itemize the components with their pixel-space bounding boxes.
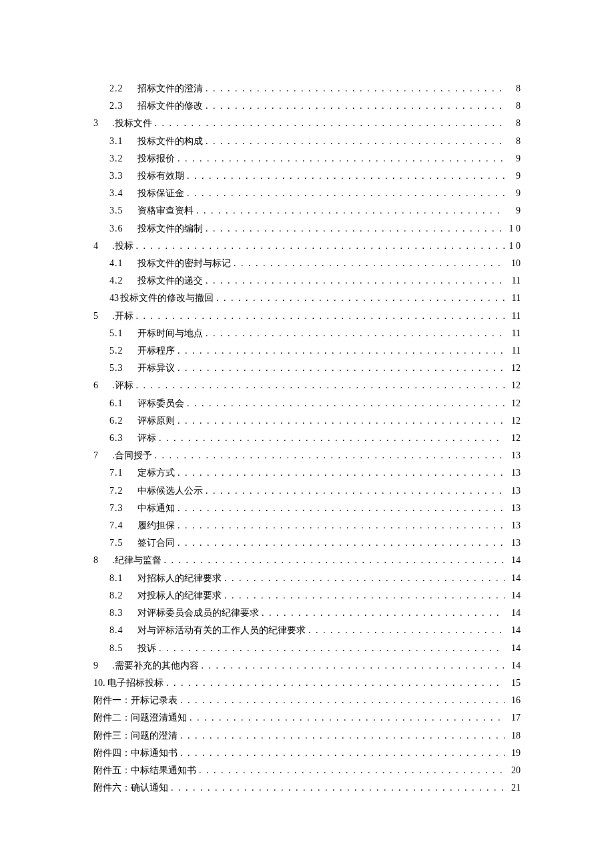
- toc-leader-dots: [262, 604, 505, 622]
- toc-number: 7.3: [109, 500, 133, 517]
- toc-number: 3: [93, 115, 108, 132]
- toc-entry: 8.3对评标委员会成员的纪律要求14: [93, 604, 521, 622]
- toc-entry: 附件四：中标通知书19: [93, 745, 521, 762]
- toc-label: 定标方式: [137, 464, 175, 482]
- toc-page-number: 14: [507, 552, 521, 569]
- toc-page-number: 20: [507, 762, 521, 779]
- toc-label: 评标委员会: [137, 395, 184, 412]
- toc-label: 附件二：问题澄清通知: [93, 709, 187, 727]
- toc-entry: 附件二：问题澄清通知17: [93, 709, 521, 727]
- toc-entry: 附件五：中标结果通知书20: [93, 762, 521, 779]
- toc-leader-dots: [224, 587, 505, 604]
- toc-number: 8.5: [109, 640, 133, 657]
- toc-page-number: 12: [507, 430, 521, 447]
- toc-label: 招标文件的修改: [137, 97, 203, 115]
- toc-entry: 3.5资格审查资料9: [93, 202, 521, 220]
- toc-entry: 3.6投标文件的编制1 0: [93, 220, 521, 238]
- toc-leader-dots: [180, 692, 505, 709]
- toc-entry: 6.评标12: [93, 377, 521, 394]
- toc-leader-dots: [206, 325, 505, 342]
- toc-page-number: 12: [507, 412, 521, 430]
- toc-page-number: 14: [507, 657, 521, 675]
- toc-entry: 7.合同授予13: [93, 447, 521, 464]
- toc-label: 签订合同: [137, 534, 175, 552]
- toc-number: 3.4: [109, 185, 133, 202]
- toc-number: 5.2: [109, 342, 133, 360]
- toc-entry: 6.1评标委员会12: [93, 395, 521, 412]
- toc-entry: 9.需要补充的其他内容14: [93, 657, 521, 675]
- toc-entry: 3.2投标报价9: [93, 150, 521, 167]
- toc-number: 6.3: [109, 430, 133, 447]
- toc-label: 招标文件的澄清: [137, 80, 203, 97]
- toc-leader-dots: [178, 534, 505, 552]
- toc-leader-dots: [206, 80, 505, 97]
- toc-entry: 2.3招标文件的修改8: [93, 97, 521, 115]
- toc-label: 投诉: [137, 640, 156, 657]
- toc-page-number: 8: [507, 115, 521, 132]
- toc-leader-dots: [155, 447, 505, 464]
- toc-number: 7.4: [109, 517, 133, 534]
- toc-page-number: 1 0: [507, 238, 521, 255]
- toc-entry: 6.3评标12: [93, 430, 521, 447]
- toc-number: 4.1: [109, 255, 133, 272]
- toc-number: 43: [109, 290, 119, 307]
- toc-page-number: 8: [507, 97, 521, 115]
- toc-number: 5.1: [109, 325, 133, 342]
- toc-leader-dots: [206, 220, 505, 238]
- toc-entry: 2.2招标文件的澄清8: [93, 80, 521, 97]
- toc-label: 附件一：开标记录表: [93, 692, 178, 709]
- toc-number: 3.2: [109, 150, 133, 167]
- toc-number: 4.2: [109, 272, 133, 290]
- toc-number: 4: [93, 238, 108, 255]
- toc-entry: 3.投标文件8: [93, 115, 521, 132]
- toc-label: 履约担保: [137, 517, 175, 534]
- toc-leader-dots: [166, 675, 505, 692]
- toc-leader-dots: [187, 185, 505, 202]
- toc-entry: 8.2对投标人的纪律要求14: [93, 587, 521, 604]
- toc-page-number: 8: [507, 80, 521, 97]
- toc-leader-dots: [202, 657, 505, 675]
- toc-number: 9: [93, 657, 108, 675]
- toc-page-number: 1 0: [507, 220, 521, 238]
- toc-entry: 5.3开标异议12: [93, 360, 521, 377]
- toc-leader-dots: [178, 517, 505, 534]
- toc-page-number: 14: [507, 640, 521, 657]
- toc-label: .投标文件: [112, 115, 152, 132]
- toc-label: .开标: [112, 308, 133, 325]
- toc-entry: 4.2投标文件的递交11: [93, 272, 521, 290]
- toc-entry: 7.1定标方式13: [93, 464, 521, 482]
- toc-label: 附件三：问题的澄清: [93, 727, 178, 745]
- toc-label: 附件六：确认通知: [93, 779, 168, 797]
- toc-leader-dots: [187, 395, 505, 412]
- toc-leader-dots: [178, 412, 505, 430]
- toc-leader-dots: [206, 97, 505, 115]
- toc-number: 6.1: [109, 395, 133, 412]
- toc-entry: 7.5签订合同13: [93, 534, 521, 552]
- toc-page-number: 12: [507, 377, 521, 394]
- toc-entry: 3.3投标有效期9: [93, 167, 521, 185]
- toc-page-number: 9: [507, 150, 521, 167]
- toc-page-number: 11: [507, 290, 521, 307]
- toc-leader-dots: [206, 272, 505, 290]
- toc-number: 3.5: [109, 202, 133, 220]
- toc-label: 10. 电子招标投标: [93, 675, 164, 692]
- toc-page-number: 11: [507, 325, 521, 342]
- toc-number: 7: [93, 447, 108, 464]
- toc-entry: 5.1开标时间与地点11: [93, 325, 521, 342]
- toc-number: 6.2: [109, 412, 133, 430]
- toc-label: 评标原则: [137, 412, 175, 430]
- toc-number: 5.3: [109, 360, 133, 377]
- toc-entry: 4.投标1 0: [93, 238, 521, 255]
- toc-leader-dots: [190, 709, 505, 727]
- toc-entry: 附件一：开标记录表16: [93, 692, 521, 709]
- toc-page-number: 19: [507, 745, 521, 762]
- toc-leader-dots: [196, 202, 505, 220]
- toc-entry: 3.1投标文件的构成8: [93, 133, 521, 150]
- toc-entry: 8.纪律与监督14: [93, 552, 521, 569]
- toc-entry: 附件六：确认通知21: [93, 779, 521, 797]
- toc-label: 开标异议: [137, 360, 175, 377]
- toc-label: 开标时间与地点: [137, 325, 203, 342]
- toc-entry: 附件三：问题的澄清18: [93, 727, 521, 745]
- toc-page-number: 18: [507, 727, 521, 745]
- toc-label: 附件四：中标通知书: [93, 745, 178, 762]
